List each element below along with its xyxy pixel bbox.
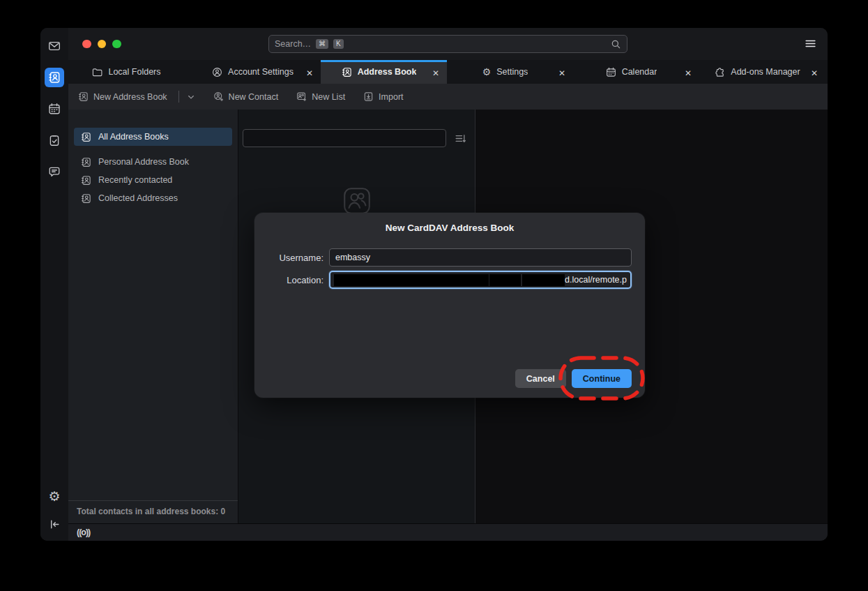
username-label: Username: <box>268 253 323 263</box>
address-book-icon <box>81 132 91 142</box>
chat-icon[interactable] <box>45 162 64 181</box>
search-icon <box>611 39 621 50</box>
sidebar-item-label: Collected Addresses <box>98 193 178 203</box>
search-placeholder: Search… <box>275 39 311 49</box>
new-carddav-dialog: New CardDAV Address Book Username: Locat… <box>254 213 645 398</box>
new-contact-icon <box>213 91 224 102</box>
tab-label: Add-ons Manager <box>731 67 800 77</box>
new-contact-button[interactable]: New Contact <box>213 91 279 102</box>
tab-label: Calendar <box>622 67 657 77</box>
location-row: Location: d.local/remote.p <box>268 271 632 289</box>
gear-glyph: ⚙ <box>48 490 60 503</box>
settings-gear-icon[interactable]: ⚙ <box>45 486 64 506</box>
close-tab-icon[interactable]: ✕ <box>685 68 692 78</box>
sidebar-item-all-address-books[interactable]: All Address Books <box>74 128 232 146</box>
display-options-icon[interactable] <box>455 133 466 144</box>
address-book-icon <box>81 175 91 186</box>
address-book-toolbar: New Address Book New Contact New List <box>68 84 828 110</box>
toolbar-label: New Address Book <box>93 92 167 102</box>
redaction-bar <box>334 274 565 286</box>
tab-settings[interactable]: ⚙ Settings ✕ <box>447 60 573 84</box>
tab-bar: Local Folders Account Settings ✕ Address… <box>68 60 828 84</box>
toolbar-label: Import <box>379 92 403 102</box>
contacts-search-row <box>243 129 466 147</box>
tab-label: Local Folders <box>108 67 160 77</box>
tab-local-folders[interactable]: Local Folders <box>68 60 195 84</box>
sidebar-item-recently-contacted[interactable]: Recently contacted <box>74 171 232 189</box>
close-window-button[interactable] <box>82 40 91 49</box>
activity-bar: ⚙ <box>40 28 68 541</box>
window-controls <box>82 28 121 60</box>
chevron-down-icon[interactable] <box>187 93 195 101</box>
username-field[interactable] <box>329 248 632 267</box>
address-book-list: All Address Books Personal Address Book … <box>68 110 238 207</box>
location-label: Location: <box>268 275 323 285</box>
continue-button[interactable]: Continue <box>572 369 632 388</box>
tab-label: Address Book <box>358 67 417 77</box>
network-status-icon: ((o)) <box>77 528 90 537</box>
close-tab-icon[interactable]: ✕ <box>811 68 818 78</box>
calendar-icon <box>606 67 616 77</box>
dialog-buttons: Cancel Continue <box>515 369 632 388</box>
address-book-icon <box>342 67 352 77</box>
address-book-icon <box>81 157 91 167</box>
tasks-icon[interactable] <box>45 130 64 150</box>
zoom-window-button[interactable] <box>112 40 121 49</box>
new-address-book-icon <box>78 91 89 102</box>
total-contacts-status: Total contacts in all address books: 0 <box>68 500 238 523</box>
new-list-button[interactable]: New List <box>296 91 345 102</box>
k-key-badge: K <box>333 39 344 49</box>
location-field[interactable]: d.local/remote.p <box>329 271 632 289</box>
close-tab-icon[interactable]: ✕ <box>558 68 565 78</box>
account-icon <box>212 67 222 77</box>
titlebar: Search… ⌘ K <box>68 28 828 60</box>
global-search-input[interactable]: Search… ⌘ K <box>268 35 627 53</box>
toolbar-separator <box>178 91 179 103</box>
sidebar-item-collected-addresses[interactable]: Collected Addresses <box>74 189 232 207</box>
sidebar-item-personal-address-book[interactable]: Personal Address Book <box>74 153 232 171</box>
gear-icon: ⚙ <box>482 66 492 77</box>
cmd-key-badge: ⌘ <box>316 39 328 49</box>
status-bar: ((o)) <box>68 523 828 541</box>
import-button[interactable]: Import <box>363 91 403 102</box>
calendar-icon[interactable] <box>45 99 64 119</box>
tab-label: Account Settings <box>228 67 294 77</box>
puzzle-icon <box>715 67 725 77</box>
sidebar-item-label: Recently contacted <box>98 175 172 185</box>
username-row: Username: <box>268 248 632 267</box>
app-window: ⚙ Search… ⌘ K <box>40 28 828 541</box>
contacts-search-input[interactable] <box>243 129 446 147</box>
location-visible-text: d.local/remote.p <box>565 275 627 285</box>
tab-account-settings[interactable]: Account Settings ✕ <box>195 60 321 84</box>
collapse-sidebar-icon[interactable] <box>45 514 64 534</box>
address-book-icon[interactable] <box>45 68 64 87</box>
import-icon <box>363 91 374 102</box>
app-menu-icon[interactable] <box>805 38 816 50</box>
folder-icon <box>92 67 102 77</box>
toolbar-label: New List <box>312 92 345 102</box>
dialog-title: New CardDAV Address Book <box>254 213 645 233</box>
new-list-icon <box>296 91 307 102</box>
tab-calendar[interactable]: Calendar ✕ <box>573 60 699 84</box>
address-book-icon <box>81 193 91 204</box>
close-tab-icon[interactable]: ✕ <box>306 68 313 78</box>
tab-address-book[interactable]: Address Book ✕ <box>321 60 447 84</box>
sidebar-item-label: Personal Address Book <box>98 157 189 167</box>
address-book-sidebar: All Address Books Personal Address Book … <box>68 110 238 523</box>
close-tab-icon[interactable]: ✕ <box>432 68 439 78</box>
toolbar-label: New Contact <box>229 92 279 102</box>
cancel-button[interactable]: Cancel <box>515 369 566 388</box>
minimize-window-button[interactable] <box>98 40 107 49</box>
new-address-book-button[interactable]: New Address Book <box>78 91 195 103</box>
tab-addons-manager[interactable]: Add-ons Manager ✕ <box>699 60 825 84</box>
tab-label: Settings <box>496 67 528 77</box>
mail-icon[interactable] <box>45 36 64 56</box>
sidebar-item-label: All Address Books <box>98 132 169 142</box>
